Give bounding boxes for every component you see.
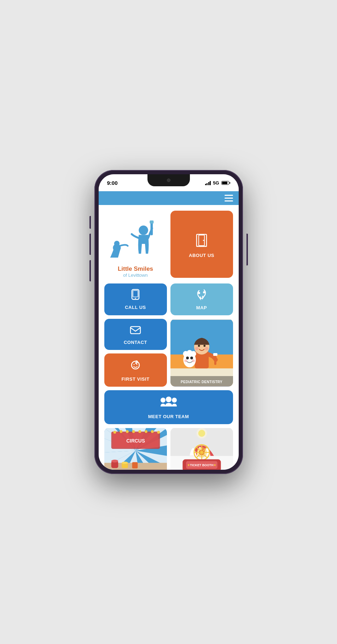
svg-rect-29: [213, 353, 217, 356]
map-pin-icon: [196, 288, 208, 303]
status-bar: 9:00 5G: [99, 174, 239, 191]
svg-point-62: [151, 430, 153, 433]
pediatric-dentistry-button[interactable]: PEDIATRIC DENTISTRY: [170, 319, 233, 387]
svg-point-39: [166, 397, 172, 402]
hero-section: Little Smiles of Levittown ABOUT US: [99, 205, 239, 283]
svg-point-27: [205, 347, 208, 351]
contact-label: CONTACT: [124, 340, 147, 345]
meet-team-section: MEET OUR TEAM: [99, 390, 239, 428]
svg-point-37: [192, 359, 194, 362]
svg-rect-70: [132, 462, 138, 469]
logo-area: Little Smiles of Levittown: [104, 211, 167, 278]
door-icon: [194, 232, 209, 251]
svg-point-16: [134, 364, 135, 365]
signal-bars: [205, 180, 211, 185]
hamburger-menu-button[interactable]: [225, 195, 233, 201]
notch: [147, 174, 190, 186]
team-icon: [159, 397, 178, 412]
svg-point-33: [191, 351, 196, 357]
mute-button[interactable]: [89, 216, 91, 229]
app-header: [99, 191, 239, 205]
svg-point-40: [172, 398, 177, 403]
svg-text:TICKET BOOTH: TICKET BOOTH: [190, 464, 213, 467]
about-us-label: ABOUT US: [189, 253, 214, 258]
logo-subtitle: of Levittown: [123, 273, 147, 278]
svg-text:★: ★: [187, 463, 190, 467]
power-button[interactable]: [246, 234, 248, 265]
svg-point-38: [161, 398, 165, 403]
phone-frame: 9:00 5G: [94, 170, 243, 474]
map-label: MAP: [196, 305, 207, 310]
svg-point-17: [136, 364, 138, 365]
pediatric-overlay: PEDIATRIC DENTISTRY: [170, 376, 233, 387]
svg-point-58: [126, 430, 128, 433]
photos-row: CIRCUS: [99, 428, 239, 470]
svg-point-24: [198, 345, 200, 347]
status-time: 9:00: [107, 180, 118, 186]
svg-rect-3: [150, 222, 153, 235]
svg-rect-10: [133, 291, 138, 297]
contact-firstvisit-row: CONTACT: [99, 319, 239, 390]
network-type: 5G: [213, 180, 219, 186]
svg-point-74: [198, 430, 205, 437]
svg-point-35: [190, 357, 193, 359]
first-visit-label: FIRST VISIT: [121, 376, 149, 382]
front-camera: [167, 178, 170, 182]
logo-name: Little Smiles: [118, 265, 153, 273]
phone-screen: 9:00 5G: [99, 174, 239, 470]
first-visit-button[interactable]: FIRST VISIT: [104, 353, 167, 387]
svg-rect-5: [197, 234, 207, 246]
svg-point-60: [138, 430, 141, 433]
svg-point-61: [145, 430, 147, 433]
meet-our-team-button[interactable]: MEET OUR TEAM: [104, 390, 233, 424]
svg-point-34: [186, 357, 189, 359]
svg-point-69: [122, 462, 128, 464]
app-content: Little Smiles of Levittown ABOUT US: [99, 191, 239, 470]
envelope-icon: [130, 325, 141, 338]
phone-icon: [130, 289, 141, 303]
svg-rect-4: [150, 221, 153, 224]
svg-point-67: [111, 460, 118, 463]
meet-our-team-label: MEET OUR TEAM: [148, 414, 189, 419]
svg-point-25: [203, 345, 205, 347]
map-button[interactable]: MAP: [170, 283, 233, 315]
svg-point-1: [114, 241, 119, 246]
svg-point-56: [113, 431, 116, 434]
call-us-button[interactable]: CALL US: [104, 283, 167, 315]
about-us-button[interactable]: ABOUT US: [170, 211, 233, 278]
volume-up-button[interactable]: [89, 234, 91, 255]
waiting-room-photo-1[interactable]: CIRCUS: [104, 428, 167, 470]
logo-svg: [104, 211, 167, 265]
svg-point-63: [157, 431, 160, 434]
battery-indicator: [221, 181, 230, 185]
svg-point-11: [135, 298, 136, 299]
svg-point-26: [195, 347, 198, 351]
pediatric-dentistry-label: PEDIATRIC DENTISTRY: [181, 380, 222, 384]
svg-text:★: ★: [213, 463, 216, 467]
svg-point-57: [120, 430, 122, 433]
svg-point-13: [203, 291, 205, 293]
baby-face-icon: [129, 360, 141, 374]
svg-point-2: [139, 226, 148, 235]
waiting-room-photo-2[interactable]: TICKET BOOTH ★ ★: [170, 428, 233, 470]
svg-point-36: [184, 359, 187, 362]
svg-rect-14: [130, 327, 140, 334]
call-map-row: CALL US MAP: [99, 283, 239, 319]
svg-point-12: [198, 292, 200, 294]
svg-text:CIRCUS: CIRCUS: [126, 439, 145, 444]
svg-point-59: [132, 430, 135, 433]
svg-rect-28: [214, 355, 216, 365]
status-icons: 5G: [205, 180, 230, 186]
volume-down-button[interactable]: [89, 260, 91, 281]
contact-button[interactable]: CONTACT: [104, 319, 167, 350]
call-us-label: CALL US: [125, 305, 146, 310]
